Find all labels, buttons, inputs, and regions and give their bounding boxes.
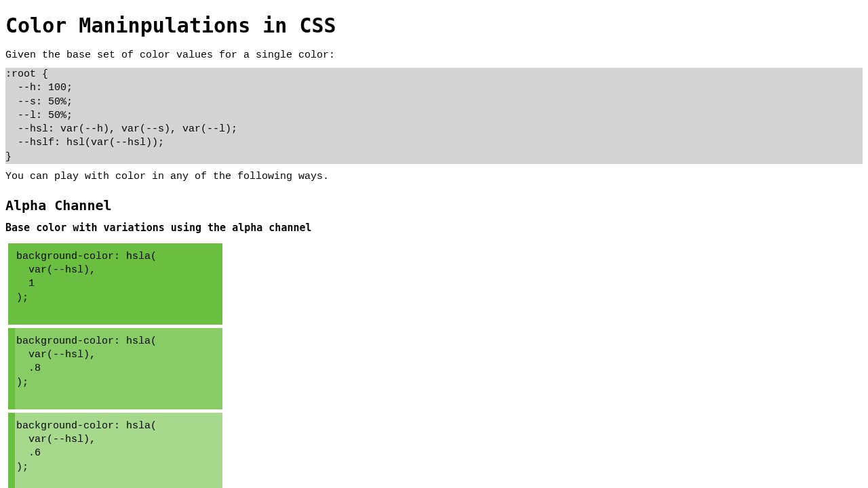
swatch-alpha-1: background-color: hsla( var(--hsl), 1 ); xyxy=(8,243,222,325)
alpha-swatch-list: background-color: hsla( var(--hsl), 1 );… xyxy=(5,243,222,488)
section-heading-alpha: Alpha Channel xyxy=(5,197,863,214)
swatch-alpha-0-6: background-color: hsla( var(--hsl), .6 )… xyxy=(8,413,222,488)
root-code-block: :root { --h: 100; --s: 50%; --l: 50%; --… xyxy=(5,68,863,164)
swatch-alpha-0-8: background-color: hsla( var(--hsl), .8 )… xyxy=(8,328,222,409)
intro-text: Given the base set of color values for a… xyxy=(5,49,863,61)
page-title: Color Maninpulations in CSS xyxy=(5,14,863,37)
play-text: You can play with color in any of the fo… xyxy=(5,171,863,182)
section-subheading-alpha: Base color with variations using the alp… xyxy=(5,222,863,234)
